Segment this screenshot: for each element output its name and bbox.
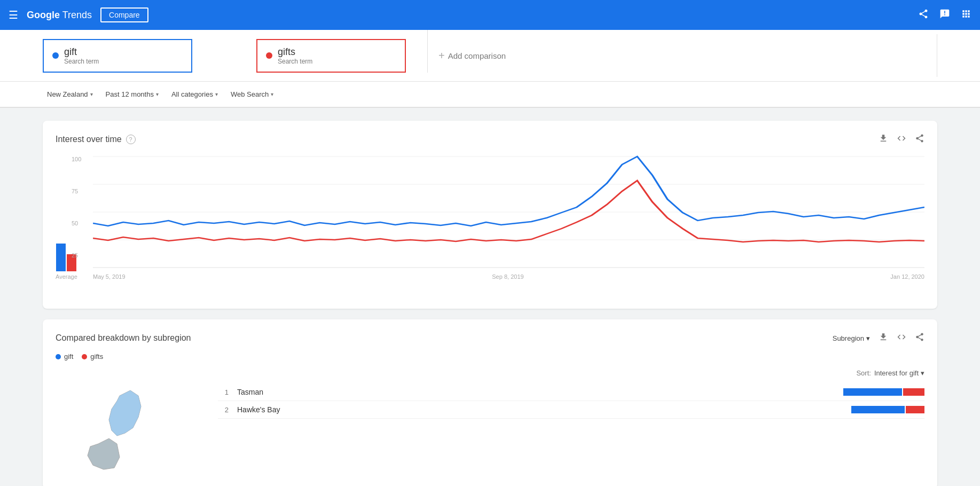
embed-icon[interactable]: [897, 134, 906, 145]
legend-item-gifts: gifts: [82, 352, 103, 360]
x-label-3: Jan 12, 2020: [890, 273, 924, 280]
legend: gift gifts: [56, 352, 924, 360]
chart-svg: [93, 154, 924, 271]
search-bar: gift Search term gifts Search term + Add…: [0, 30, 980, 82]
x-label-2: Sep 8, 2019: [492, 273, 523, 280]
subregion-share-icon[interactable]: [915, 332, 924, 344]
term2-label: Search term: [278, 58, 312, 65]
avg-bar-blue: [56, 244, 66, 271]
term2-dot: [266, 52, 272, 59]
header-right: [918, 9, 971, 22]
legend-label-gift: gift: [64, 352, 73, 360]
rank-name-1: Tasman: [237, 388, 835, 396]
header: ☰ Google Trends Compare: [0, 0, 980, 30]
apps-icon[interactable]: [961, 9, 971, 22]
map-placeholder: [56, 369, 205, 476]
search-type-filter-label: Web Search: [231, 90, 269, 98]
y-label-25: 25: [72, 252, 81, 258]
add-comparison-button[interactable]: + Add comparison: [428, 42, 937, 69]
menu-icon[interactable]: ☰: [9, 9, 18, 21]
search-type-filter[interactable]: Web Search ▾: [226, 87, 278, 101]
rank-bars-2: [851, 406, 924, 413]
rankings: Sort: Interest for gift ▾ 1 Tasman: [218, 369, 924, 476]
y-label-100: 100: [72, 156, 81, 162]
nz-map-svg: [56, 369, 162, 471]
rank-bar-red-2: [906, 406, 924, 413]
subregion-dropdown-label: Subregion: [833, 334, 864, 342]
subregion-header: Compared breakdown by subregion Subregio…: [56, 332, 924, 344]
term1-dot: [52, 52, 59, 59]
subregion-dropdown[interactable]: Subregion ▾: [833, 334, 870, 342]
rank-bar-blue-2: [851, 406, 905, 413]
period-chevron-icon: ▾: [156, 91, 159, 97]
card-header: Interest over time ?: [56, 134, 924, 145]
interest-over-time-title: Interest over time: [56, 135, 122, 144]
subregion-title: Compared breakdown by subregion: [56, 333, 191, 343]
filter-bar: New Zealand ▾ Past 12 months ▾ All categ…: [0, 82, 980, 108]
x-axis: May 5, 2019 Sep 8, 2019 Jan 12, 2020: [93, 271, 924, 280]
period-filter[interactable]: Past 12 months ▾: [101, 87, 163, 101]
search-type-chevron-icon: ▾: [271, 91, 273, 97]
y-axis: 100 75 50 25: [72, 154, 81, 261]
term1-name: gift: [64, 46, 99, 58]
table-row: 2 Hawke's Bay: [218, 401, 924, 419]
rank-number-2: 2: [218, 406, 229, 414]
subregion-embed-icon[interactable]: [897, 332, 906, 344]
plus-icon: +: [438, 50, 445, 62]
legend-dot-gift: [56, 354, 61, 359]
main-content: Interest over time ?: [0, 108, 980, 486]
feedback-icon[interactable]: [939, 9, 950, 22]
term2-text: gifts Search term: [278, 46, 312, 65]
x-label-1: May 5, 2019: [93, 273, 126, 280]
chart-wrapper: Average 100 75 50 25: [56, 154, 924, 296]
add-comparison-label: Add comparison: [448, 51, 506, 60]
interest-over-time-card: Interest over time ?: [43, 121, 937, 309]
legend-dot-gifts: [82, 354, 87, 359]
share-icon[interactable]: [918, 9, 929, 22]
sort-value-label: Interest for gift: [874, 369, 919, 377]
google-trends-logo: Google Trends: [27, 10, 92, 21]
sort-row: Sort: Interest for gift ▾: [218, 369, 924, 377]
region-chevron-icon: ▾: [90, 91, 93, 97]
legend-item-gift: gift: [56, 352, 73, 360]
search-term-2[interactable]: gifts Search term: [256, 39, 406, 73]
term2-name: gifts: [278, 46, 312, 58]
region-filter-label: New Zealand: [47, 90, 88, 98]
trends-wordmark: Trends: [62, 10, 92, 20]
period-filter-label: Past 12 months: [106, 90, 154, 98]
y-label-50: 50: [72, 220, 81, 226]
categories-chevron-icon: ▾: [215, 91, 218, 97]
subregion-controls: Subregion ▾: [833, 332, 924, 344]
help-icon[interactable]: ?: [126, 135, 136, 144]
rank-bar-red-1: [903, 388, 924, 396]
rank-number-1: 1: [218, 388, 229, 396]
search-term-1[interactable]: gift Search term: [43, 39, 192, 73]
table-row: 1 Tasman: [218, 383, 924, 401]
header-left: ☰ Google Trends Compare: [9, 7, 148, 22]
categories-filter[interactable]: All categories ▾: [167, 87, 222, 101]
sort-chevron-icon: ▾: [921, 369, 924, 377]
subregion-body: Sort: Interest for gift ▾ 1 Tasman: [56, 369, 924, 476]
divider2: [937, 34, 937, 77]
rank-bar-blue-1: [843, 388, 902, 396]
subregion-card: Compared breakdown by subregion Subregio…: [43, 319, 937, 486]
google-wordmark: Google: [27, 10, 60, 20]
term1-label: Search term: [64, 58, 99, 65]
subregion-chevron-icon: ▾: [866, 334, 870, 342]
card-title: Interest over time ?: [56, 135, 136, 144]
sort-label: Sort:: [856, 369, 871, 377]
share-chart-icon[interactable]: [915, 134, 924, 145]
average-label: Average: [56, 273, 77, 280]
compare-nav-button[interactable]: Compare: [100, 7, 148, 22]
region-filter[interactable]: New Zealand ▾: [43, 87, 97, 101]
subregion-download-icon[interactable]: [879, 332, 888, 344]
categories-filter-label: All categories: [171, 90, 213, 98]
sort-dropdown[interactable]: Interest for gift ▾: [874, 369, 924, 377]
term1-text: gift Search term: [64, 46, 99, 65]
y-label-75: 75: [72, 188, 81, 194]
download-icon[interactable]: [879, 134, 888, 145]
card-actions: [879, 134, 924, 145]
rank-name-2: Hawke's Bay: [237, 405, 843, 414]
legend-label-gifts: gifts: [90, 352, 103, 360]
rank-bars-1: [843, 388, 924, 396]
